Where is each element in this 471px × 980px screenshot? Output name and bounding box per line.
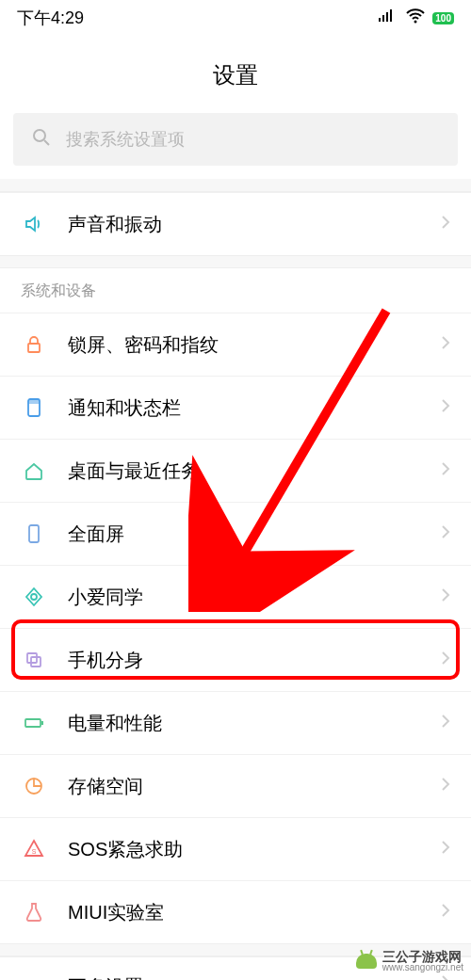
svg-rect-1 xyxy=(382,15,384,22)
svg-rect-13 xyxy=(31,657,41,667)
row-clone[interactable]: 手机分身 xyxy=(0,628,471,691)
watermark-title: 三公子游戏网 xyxy=(382,950,463,963)
svg-line-6 xyxy=(44,140,49,145)
svg-rect-7 xyxy=(28,344,40,352)
search-icon xyxy=(30,126,53,153)
row-label: 电量和性能 xyxy=(68,711,441,736)
search-placeholder: 搜索系统设置项 xyxy=(66,128,185,151)
status-time: 下午4:29 xyxy=(17,7,84,29)
sos-icon: S xyxy=(0,838,68,860)
svg-rect-9 xyxy=(28,399,40,404)
chevron-right-icon xyxy=(441,398,450,417)
page-header: 设置 xyxy=(0,36,471,113)
watermark-icon xyxy=(356,954,377,969)
watermark-url: www.sangongzi.net xyxy=(382,963,463,972)
fullscreen-icon xyxy=(0,522,68,545)
row-storage[interactable]: 存储空间 xyxy=(0,754,471,817)
chevron-right-icon xyxy=(441,215,450,233)
lab-icon xyxy=(0,901,68,924)
svg-rect-14 xyxy=(25,719,41,727)
clone-icon xyxy=(0,649,68,671)
row-label: 手机分身 xyxy=(68,648,441,673)
search-input[interactable]: 搜索系统设置项 xyxy=(13,113,458,166)
row-lock[interactable]: 锁屏、密码和指纹 xyxy=(0,313,471,376)
row-home[interactable]: 桌面与最近任务 xyxy=(0,439,471,502)
row-label: 小爱同学 xyxy=(68,585,441,610)
chevron-right-icon xyxy=(441,714,450,732)
section-spacer xyxy=(0,255,471,268)
chevron-right-icon xyxy=(441,974,450,980)
row-label: MIUI实验室 xyxy=(68,900,441,925)
more-icon xyxy=(0,974,68,980)
battery-icon xyxy=(0,712,68,734)
row-xiaoai[interactable]: 小爱同学 xyxy=(0,565,471,628)
svg-rect-2 xyxy=(386,12,388,22)
chevron-right-icon xyxy=(441,524,450,543)
row-label: 存储空间 xyxy=(68,774,441,799)
svg-text:S: S xyxy=(32,848,37,855)
row-sound[interactable]: 声音和振动 xyxy=(0,192,471,255)
lock-icon xyxy=(0,333,68,356)
svg-point-11 xyxy=(31,594,37,600)
row-label: 桌面与最近任务 xyxy=(68,458,441,484)
svg-rect-12 xyxy=(27,653,37,663)
sound-icon xyxy=(0,213,68,235)
svg-rect-3 xyxy=(390,9,392,22)
chevron-right-icon xyxy=(441,903,450,922)
watermark: 三公子游戏网 www.sangongzi.net xyxy=(356,950,463,972)
row-label: 通知和状态栏 xyxy=(68,395,441,421)
section-header: 系统和设备 xyxy=(0,268,471,313)
section-spacer xyxy=(0,179,471,192)
battery-icon: 100 xyxy=(432,12,454,24)
chevron-right-icon xyxy=(441,587,450,606)
row-sos[interactable]: S SOS紧急求助 xyxy=(0,817,471,880)
row-fullscreen[interactable]: 全面屏 xyxy=(0,502,471,565)
chevron-right-icon xyxy=(441,840,450,859)
wifi-icon xyxy=(404,5,427,32)
svg-point-5 xyxy=(34,130,45,141)
status-indicators: 100 xyxy=(376,5,454,32)
row-label: 锁屏、密码和指纹 xyxy=(68,332,441,358)
chevron-right-icon xyxy=(441,461,450,480)
row-lab[interactable]: MIUI实验室 xyxy=(0,880,471,943)
row-label: SOS紧急求助 xyxy=(68,837,441,862)
xiaoai-icon xyxy=(0,586,68,608)
svg-rect-10 xyxy=(29,525,39,542)
row-battery[interactable]: 电量和性能 xyxy=(0,691,471,754)
svg-point-4 xyxy=(414,20,417,23)
status-bar: 下午4:29 100 xyxy=(0,0,471,36)
svg-rect-15 xyxy=(41,721,43,725)
row-label: 更多设置 xyxy=(68,974,441,980)
row-label: 声音和振动 xyxy=(68,212,441,237)
chevron-right-icon xyxy=(441,335,450,354)
svg-rect-0 xyxy=(379,18,381,22)
home-icon xyxy=(0,459,68,482)
signal-icon xyxy=(376,5,398,32)
row-label: 全面屏 xyxy=(68,522,441,547)
notification-icon xyxy=(0,396,68,419)
storage-icon xyxy=(0,775,68,797)
page-title: 设置 xyxy=(0,60,471,90)
chevron-right-icon xyxy=(441,777,450,795)
chevron-right-icon xyxy=(441,651,450,669)
row-notification[interactable]: 通知和状态栏 xyxy=(0,376,471,439)
